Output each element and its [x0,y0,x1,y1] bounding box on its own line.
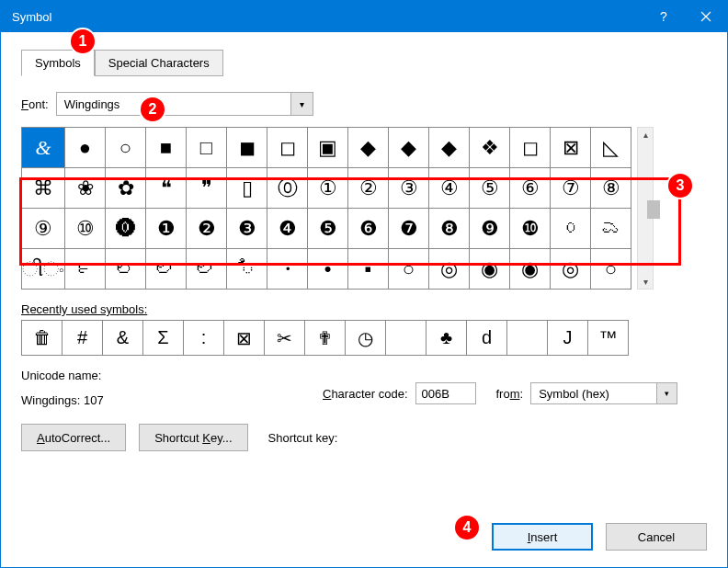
symbol-cell[interactable]: ◉ [470,249,510,290]
symbol-cell[interactable]: ❶ [146,209,187,249]
close-button[interactable] [685,1,727,32]
symbol-cell[interactable]: ⑧ [591,168,631,209]
symbol-cell[interactable]: ◆ [429,128,470,168]
symbol-cell[interactable]: ■ [146,128,187,168]
recent-grid[interactable]: 🗑#&Σ:⊠✂✟◷♣dJ™ [21,320,629,356]
char-code-value: 006B [422,387,449,401]
recent-symbol-cell[interactable]: ™ [588,321,629,356]
symbol-cell[interactable]: ◻ [510,128,551,168]
symbol-cell[interactable]: ⓪ [267,168,308,209]
symbol-cell[interactable]: ◆ [389,128,429,168]
symbol-cell[interactable]: ○ [591,249,631,290]
recent-symbol-cell[interactable]: ♣ [427,321,467,356]
dropdown-arrow-icon: ▾ [290,93,313,115]
autocorrect-button[interactable]: AutoCorrect... [21,424,126,451]
symbol-cell[interactable]: ಲ [106,249,146,290]
recent-symbol-cell[interactable]: ⊠ [224,321,265,356]
recent-symbol-cell[interactable]: ✂ [265,321,305,356]
scroll-thumb[interactable] [647,200,660,219]
symbol-cell[interactable]: ❼ [389,209,429,249]
symbol-cell[interactable]: □ [187,128,227,168]
tab-symbols[interactable]: Symbols [21,50,95,76]
symbol-cell[interactable]: ❀ [65,168,106,209]
symbol-cell[interactable]: ⑩ [65,209,106,249]
symbol-cell[interactable]: ① [308,168,348,209]
symbol-cell[interactable]: ◻ [267,128,308,168]
symbol-cell[interactable]: ● [65,128,106,168]
symbol-cell[interactable]: ❿ [510,209,551,249]
symbol-cell[interactable]: ④ [429,168,470,209]
symbol-cell[interactable]: ❸ [227,209,267,249]
symbol-cell[interactable]: ❷ [187,209,227,249]
scroll-up-icon: ▴ [643,130,648,140]
symbol-cell[interactable]: ⑤ [470,168,510,209]
recent-symbol-cell[interactable]: & [103,321,143,356]
symbol-grid[interactable]: &●○■□◼◻▣◆◆◆❖◻⊠◺⌘❀✿❝❞▯⓪①②③④⑤⑥⑦⑧⑨⑩⓿❶❷❸❹❺❻❼… [21,127,631,290]
shortcut-key-button[interactable]: Shortcut Key... [139,424,247,451]
tab-special-characters[interactable]: Special Characters [95,50,223,76]
symbol-cell[interactable]: ・ [267,249,308,290]
symbol-cell[interactable]: • [308,249,348,290]
from-select[interactable]: Symbol (hex) ▾ [530,382,677,404]
symbol-cell[interactable]: ❽ [429,209,470,249]
symbol-cell[interactable]: ೯ [65,249,106,290]
help-button[interactable]: ? [643,1,685,32]
symbol-cell[interactable]: ❾ [470,209,510,249]
symbol-cell[interactable]: ి [227,249,267,290]
symbol-cell[interactable]: ◉ [510,249,551,290]
symbol-cell[interactable]: ⑦ [551,168,591,209]
symbol-cell[interactable]: ల [187,249,227,290]
symbol-cell[interactable]: ② [348,168,389,209]
recent-symbol-cell[interactable]: J [548,321,588,356]
font-label: Font: [21,97,49,111]
insert-button[interactable]: Insert [492,523,593,551]
recent-symbol-cell[interactable]: : [184,321,224,356]
char-code-input[interactable]: 006B [415,382,476,404]
symbol-cell[interactable]: ❞ [187,168,227,209]
recent-symbol-cell[interactable]: 🗑 [22,321,63,356]
tabstrip: Symbols Special Characters [21,49,707,75]
symbol-cell[interactable]: ల [146,249,187,290]
symbol-cell[interactable]: ીං [22,249,65,290]
symbol-cell[interactable]: ❝ [146,168,187,209]
symbol-cell[interactable]: ❻ [348,209,389,249]
symbol-cell[interactable]: ⊠ [551,128,591,168]
symbol-cell[interactable]: ◼ [227,128,267,168]
symbol-cell[interactable]: ✿ [106,168,146,209]
autocorrect-row: AutoCorrect... Shortcut Key... Shortcut … [21,424,707,451]
symbol-cell[interactable]: ▯ [227,168,267,209]
recent-symbol-cell[interactable]: ✟ [305,321,346,356]
grid-scrollbar[interactable]: ▴ ▾ [637,127,654,290]
font-value: Wingdings [57,97,290,111]
from-value: Symbol (hex) [531,387,656,401]
symbol-cell[interactable]: ◆ [348,128,389,168]
recent-symbol-cell[interactable]: d [467,321,507,356]
tab-special-label: Special Characters [108,56,210,70]
symbol-cell[interactable]: ಎ [591,209,631,249]
symbol-cell[interactable]: ⌘ [22,168,65,209]
symbol-cell[interactable]: ◎ [551,249,591,290]
recent-symbol-cell[interactable] [386,321,427,356]
dialog-content: Symbols Special Characters Font: Wingdin… [1,32,727,468]
symbol-cell[interactable]: ❹ [267,209,308,249]
symbol-cell[interactable]: ⑨ [22,209,65,249]
font-select[interactable]: Wingdings ▾ [56,92,313,116]
symbol-cell[interactable]: ▪ [348,249,389,290]
symbol-cell[interactable]: ❖ [470,128,510,168]
recent-symbol-cell[interactable]: ◷ [346,321,386,356]
symbol-cell[interactable]: ③ [389,168,429,209]
symbol-cell[interactable]: ○ [389,249,429,290]
symbol-cell[interactable]: & [22,128,65,168]
recent-symbol-cell[interactable] [507,321,548,356]
symbol-cell[interactable]: ▣ [308,128,348,168]
symbol-cell[interactable]: ◺ [591,128,631,168]
symbol-cell[interactable]: ◎ [429,249,470,290]
symbol-cell[interactable]: ○ [106,128,146,168]
recent-symbol-cell[interactable]: # [63,321,103,356]
cancel-button[interactable]: Cancel [606,523,707,551]
symbol-cell[interactable]: ⑥ [510,168,551,209]
symbol-cell[interactable]: ⓿ [106,209,146,249]
symbol-cell[interactable]: ೦ [551,209,591,249]
recent-symbol-cell[interactable]: Σ [143,321,184,356]
symbol-cell[interactable]: ❺ [308,209,348,249]
